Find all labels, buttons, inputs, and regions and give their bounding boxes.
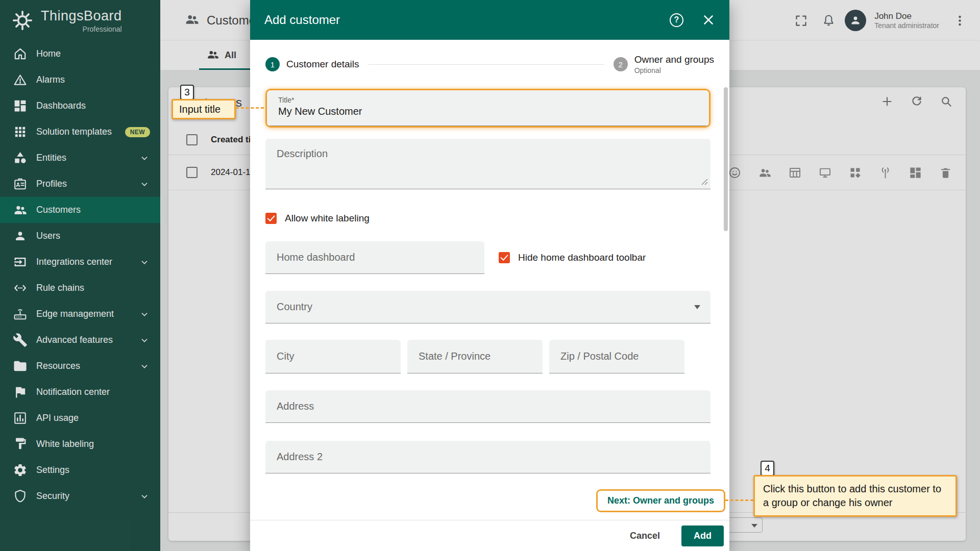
step-2-labels: Owner and groups Optional — [634, 53, 714, 76]
annotation-connector-3 — [236, 107, 264, 109]
dialog-scrollbar[interactable] — [724, 87, 728, 231]
annotation-step-3-badge: 3 — [180, 85, 194, 100]
checkbox-checked-icon[interactable] — [499, 252, 510, 263]
dialog-header: Add customer ? — [250, 0, 729, 40]
add-customer-dialog: Add customer ? 1 Customer details 2 Owne… — [250, 0, 729, 551]
address-input[interactable] — [277, 400, 699, 412]
city-input[interactable] — [277, 350, 389, 362]
next-owner-groups-button[interactable]: Next: Owner and groups — [598, 491, 724, 511]
description-field-wrap — [265, 139, 710, 189]
dialog-stepper: 1 Customer details 2 Owner and groups Op… — [250, 40, 729, 89]
checkbox-checked-icon[interactable] — [265, 213, 277, 224]
step-2-circle[interactable]: 2 — [614, 57, 628, 71]
step-1-circle[interactable]: 1 — [265, 57, 280, 71]
address2-input[interactable] — [277, 451, 699, 463]
annotation-input-title-callout: Input title — [172, 99, 236, 119]
annotation-next-button-callout: Click this button to add this customer t… — [753, 475, 957, 517]
zip-field[interactable] — [549, 340, 684, 373]
resize-handle-icon[interactable] — [701, 179, 708, 185]
step-2-label: Owner and groups — [634, 53, 714, 66]
hide-toolbar-label: Hide home dashboard toolbar — [518, 252, 646, 263]
address2-field[interactable] — [265, 441, 710, 473]
address-field[interactable] — [265, 390, 710, 423]
hide-toolbar-checkbox-row[interactable]: Hide home dashboard toolbar — [499, 251, 646, 265]
zip-input[interactable] — [560, 350, 673, 362]
help-icon[interactable]: ? — [670, 13, 683, 27]
dialog-footer: Cancel Add — [250, 520, 729, 551]
state-field[interactable] — [407, 340, 543, 373]
dialog-title: Add customer — [264, 13, 340, 27]
close-icon[interactable] — [701, 12, 716, 28]
step-2-sublabel: Optional — [634, 66, 714, 76]
country-placeholder: Country — [277, 301, 312, 313]
description-textarea[interactable] — [265, 139, 710, 189]
allow-white-labeling-label: Allow white labeling — [285, 213, 370, 224]
stepper-connector — [369, 64, 604, 65]
allow-white-labeling-checkbox-row[interactable]: Allow white labeling — [265, 211, 710, 225]
dialog-body: Title* Allow white labeling Hide home da… — [250, 89, 729, 473]
cancel-button[interactable]: Cancel — [627, 527, 663, 545]
title-field[interactable]: Title* — [267, 90, 709, 126]
add-button[interactable]: Add — [681, 525, 724, 546]
home-dashboard-input[interactable] — [277, 252, 473, 263]
chevron-down-icon — [694, 305, 700, 309]
title-field-highlight: Title* — [265, 89, 710, 128]
title-field-label: Title* — [278, 96, 698, 104]
title-input[interactable] — [278, 106, 698, 117]
country-select[interactable]: Country — [265, 291, 710, 323]
home-dashboard-field[interactable] — [265, 241, 484, 274]
city-field[interactable] — [265, 340, 401, 373]
state-input[interactable] — [419, 350, 531, 362]
home-dashboard-row: Hide home dashboard toolbar — [265, 241, 710, 274]
step-1-label: Customer details — [286, 59, 359, 70]
next-button-highlight: Next: Owner and groups — [596, 489, 725, 512]
annotation-connector-4 — [725, 499, 753, 501]
annotation-step-4-badge: 4 — [761, 461, 774, 476]
screen: ThingsBoard Professional Home Alarms Das… — [0, 0, 980, 551]
city-state-zip-row — [265, 340, 710, 373]
